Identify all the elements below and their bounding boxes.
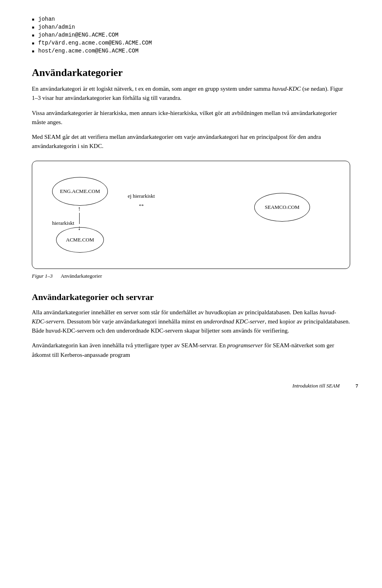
bullet-list: johan johan/admin johan/admin@ENG.ACME.C…	[32, 16, 350, 54]
figure-label: Figur 1–3	[32, 273, 53, 279]
diagram-container: ENG.ACME.COM ACME.COM ↑ ↓ hierarkiskt ej…	[32, 161, 350, 269]
footer: Introduktion till SEAM 7	[292, 383, 358, 389]
footer-title: Introduktion till SEAM	[292, 383, 340, 389]
section2-title: Användarkategorier och servrar	[32, 292, 350, 302]
list-item: ftp/värd.eng.acme.com@ENG.ACME.COM	[32, 40, 350, 46]
list-item: host/eng.acme.com@ENG.ACME.COM	[32, 48, 350, 54]
list-item: johan/admin@ENG.ACME.COM	[32, 32, 350, 38]
section1-title: Användarkategorier	[32, 67, 350, 79]
section2-para1: Alla användarkategorier innehåller en se…	[32, 308, 350, 336]
section1-para3: Med SEAM går det att verifiera mellan an…	[32, 132, 350, 151]
section1-para2: Vissa användarkategorier är hierarkiska,…	[32, 109, 350, 127]
figure-caption-text: Användarkategorier	[60, 273, 102, 279]
list-item: johan	[32, 16, 350, 22]
oval-seamco: SEAMCO.COM	[254, 193, 310, 222]
section2-para2: Användarkategorin kan även innehålla två…	[32, 341, 350, 360]
label-ej-hierarkiskt: ej hierarkiskt ↔	[128, 193, 155, 209]
page: johan johan/admin johan/admin@ENG.ACME.C…	[0, 0, 382, 397]
arrow-leftright-icon: ↔	[138, 201, 145, 209]
list-item: johan/admin	[32, 24, 350, 30]
oval-eng: ENG.ACME.COM	[52, 177, 108, 206]
label-hierarkiskt: hierarkiskt	[52, 220, 74, 226]
vertical-arrow: ↑ ↓	[78, 206, 81, 231]
section1-para1: En användarkategori är ett logiskt nätve…	[32, 84, 350, 103]
footer-page-number: 7	[356, 383, 359, 389]
figure-caption: Figur 1–3 Användarkategorier	[32, 273, 350, 279]
